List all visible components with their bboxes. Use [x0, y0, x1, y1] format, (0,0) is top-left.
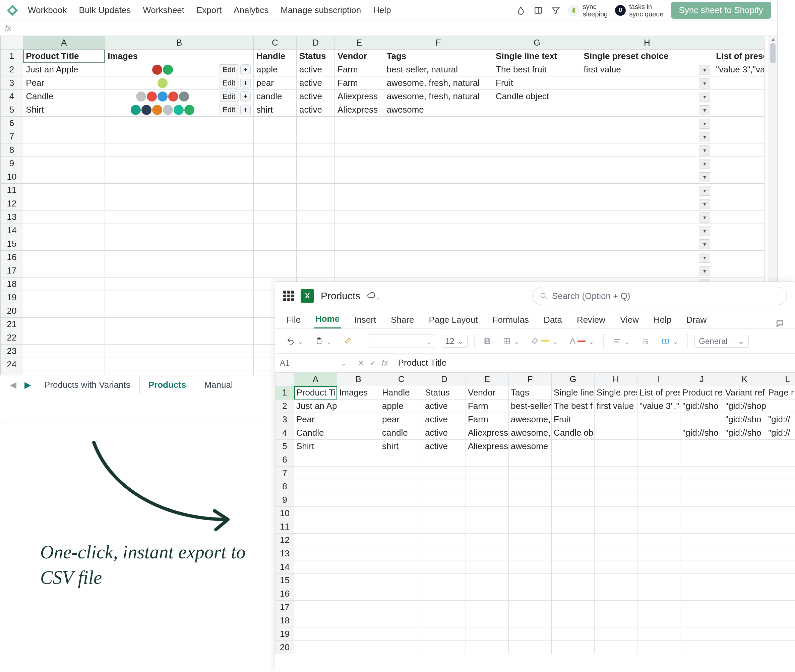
- cloud-saved-icon[interactable]: ⌄: [367, 291, 380, 301]
- cell[interactable]: [766, 574, 795, 587]
- cell[interactable]: Aliexpress: [335, 103, 384, 117]
- cell[interactable]: [680, 413, 723, 426]
- cell[interactable]: Aliexpress: [466, 426, 509, 440]
- cell[interactable]: Just an Apple: [23, 63, 105, 77]
- column-header[interactable]: A: [23, 36, 105, 50]
- cell[interactable]: [713, 237, 765, 251]
- cell[interactable]: [105, 318, 254, 331]
- cell[interactable]: [380, 453, 423, 467]
- cell[interactable]: [253, 264, 296, 277]
- cell[interactable]: [297, 130, 335, 144]
- cell[interactable]: [595, 467, 637, 480]
- cell[interactable]: [581, 144, 713, 157]
- menu-item[interactable]: Analytics: [234, 5, 269, 15]
- cell[interactable]: [713, 117, 765, 130]
- cell[interactable]: [552, 520, 595, 534]
- cell[interactable]: [723, 440, 766, 453]
- cell[interactable]: [552, 627, 595, 641]
- cell[interactable]: [294, 641, 337, 654]
- cell[interactable]: [723, 614, 766, 627]
- cell[interactable]: [637, 467, 680, 480]
- cell[interactable]: [493, 157, 581, 170]
- dropdown-toggle-icon[interactable]: [699, 105, 710, 115]
- cell[interactable]: [466, 587, 509, 601]
- cell[interactable]: [466, 614, 509, 627]
- cell[interactable]: [335, 144, 384, 157]
- row-header[interactable]: 18: [1, 277, 23, 291]
- cell[interactable]: [380, 520, 423, 534]
- ribbon-tab[interactable]: Formulas: [491, 311, 530, 328]
- cell[interactable]: [337, 413, 380, 426]
- cell[interactable]: [380, 641, 423, 654]
- cell[interactable]: [581, 130, 713, 144]
- cell[interactable]: [595, 507, 637, 520]
- cell[interactable]: [595, 426, 637, 440]
- fill-color-button[interactable]: [529, 334, 560, 348]
- cell[interactable]: [23, 184, 105, 197]
- cell[interactable]: [766, 453, 795, 467]
- dropdown-toggle-icon[interactable]: [699, 92, 710, 102]
- cell[interactable]: "gid://: [766, 413, 795, 426]
- cell[interactable]: [337, 547, 380, 560]
- row-header[interactable]: 22: [1, 331, 23, 344]
- cell[interactable]: Candle: [294, 426, 337, 440]
- cell[interactable]: [766, 560, 795, 574]
- font-color-button[interactable]: A: [567, 334, 597, 348]
- cell[interactable]: [713, 197, 765, 211]
- cell[interactable]: awesome, fresh, natural: [384, 77, 493, 90]
- cell[interactable]: [637, 560, 680, 574]
- bold-button[interactable]: B: [481, 334, 493, 349]
- cell[interactable]: [23, 318, 105, 331]
- cell[interactable]: [297, 211, 335, 224]
- dropdown-toggle-icon[interactable]: [699, 132, 710, 142]
- cell[interactable]: Farm: [466, 400, 509, 413]
- images-cell[interactable]: Edit+: [105, 103, 254, 117]
- cell[interactable]: [337, 574, 380, 587]
- cell[interactable]: active: [297, 103, 335, 117]
- cell[interactable]: [253, 197, 296, 211]
- cell[interactable]: [253, 237, 296, 251]
- cell[interactable]: [253, 144, 296, 157]
- cell[interactable]: [105, 197, 254, 211]
- cell[interactable]: best-seller, natural: [384, 63, 493, 77]
- cell[interactable]: [380, 467, 423, 480]
- cell[interactable]: "gid://sho: [723, 413, 766, 426]
- row-header[interactable]: 12: [275, 534, 294, 547]
- row-header[interactable]: 11: [275, 520, 294, 534]
- sheet-tab[interactable]: Products with Variants: [35, 376, 139, 394]
- cell[interactable]: [23, 157, 105, 170]
- cell[interactable]: [637, 413, 680, 426]
- cell[interactable]: [493, 144, 581, 157]
- row-header[interactable]: 21: [1, 318, 23, 331]
- column-header[interactable]: A: [294, 373, 337, 386]
- cell[interactable]: [423, 467, 466, 480]
- cell[interactable]: [380, 534, 423, 547]
- cell[interactable]: The best fruit: [493, 63, 581, 77]
- dropdown-toggle-icon[interactable]: [699, 78, 710, 88]
- cell[interactable]: [105, 211, 254, 224]
- number-format-dropdown[interactable]: General⌄: [694, 335, 749, 347]
- cell[interactable]: [766, 493, 795, 507]
- cell[interactable]: [23, 117, 105, 130]
- cell[interactable]: [713, 251, 765, 264]
- cell[interactable]: [384, 130, 493, 144]
- cancel-formula-icon[interactable]: ✕: [358, 358, 364, 368]
- row-header[interactable]: 4: [275, 426, 294, 440]
- cell[interactable]: [637, 547, 680, 560]
- images-cell[interactable]: Edit+: [105, 63, 254, 77]
- cell[interactable]: [380, 627, 423, 641]
- cell[interactable]: [509, 547, 552, 560]
- ribbon-tab[interactable]: Page Layout: [428, 311, 479, 328]
- cell[interactable]: [105, 157, 254, 170]
- cell[interactable]: [766, 400, 795, 413]
- droplet-icon[interactable]: [516, 5, 526, 15]
- cell[interactable]: [384, 224, 493, 237]
- cell[interactable]: [253, 224, 296, 237]
- cell[interactable]: [423, 627, 466, 641]
- cell[interactable]: Shirt: [294, 440, 337, 453]
- row-header[interactable]: 2: [1, 63, 23, 77]
- cell[interactable]: [466, 520, 509, 534]
- cell[interactable]: [105, 170, 254, 184]
- cell[interactable]: [466, 560, 509, 574]
- cell[interactable]: [105, 184, 254, 197]
